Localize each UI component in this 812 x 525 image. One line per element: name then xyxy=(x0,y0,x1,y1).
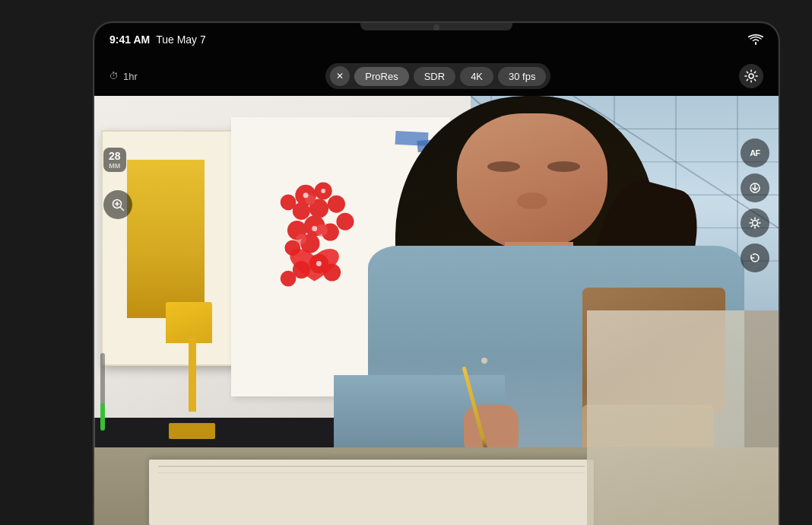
status-left: 9:41 AM Tue May 7 xyxy=(109,33,206,46)
camera-format-controls: ✕ ProRes SDR 4K 30 fps xyxy=(325,63,550,89)
fps-button[interactable]: 30 fps xyxy=(498,67,546,86)
face xyxy=(457,113,607,250)
button-1 xyxy=(481,358,487,364)
zoom-button[interactable] xyxy=(103,190,132,219)
sketchbook xyxy=(149,460,594,525)
status-right xyxy=(748,34,763,45)
bg-furniture xyxy=(587,310,779,525)
close-format-button[interactable]: ✕ xyxy=(330,66,350,86)
status-time: 9:41 AM xyxy=(109,33,150,46)
svg-point-35 xyxy=(303,192,308,198)
svg-line-51 xyxy=(758,226,759,227)
left-eye xyxy=(487,161,521,172)
desk-lamp xyxy=(163,302,224,439)
svg-point-37 xyxy=(312,226,317,231)
svg-line-52 xyxy=(751,226,752,227)
svg-line-50 xyxy=(751,219,752,220)
device-notch xyxy=(360,23,512,30)
af-label: AF xyxy=(750,148,760,158)
svg-point-27 xyxy=(336,213,354,231)
lamp-arm xyxy=(189,336,196,412)
svg-point-34 xyxy=(296,234,306,245)
svg-point-36 xyxy=(321,189,325,193)
sketchbook-line-2 xyxy=(158,473,585,473)
scene-background xyxy=(94,96,779,525)
front-camera xyxy=(433,24,439,30)
sdr-button[interactable]: SDR xyxy=(414,67,455,86)
svg-point-38 xyxy=(316,261,322,266)
svg-point-20 xyxy=(281,195,297,211)
status-date: Tue May 7 xyxy=(156,33,206,46)
lamp-base xyxy=(169,423,215,440)
nose xyxy=(517,192,547,209)
svg-point-21 xyxy=(328,196,345,213)
settings-button[interactable] xyxy=(739,64,763,88)
camera-viewfinder: 28 MM AF xyxy=(94,96,779,525)
camera-left-info: ⏱ 1hr xyxy=(109,71,138,82)
wifi-icon xyxy=(748,34,763,45)
exposure-fill xyxy=(100,403,105,431)
record-time: 1hr xyxy=(123,71,138,82)
svg-point-0 xyxy=(749,74,753,78)
svg-point-33 xyxy=(316,224,328,237)
right-eye xyxy=(547,161,581,172)
svg-line-53 xyxy=(758,219,759,220)
svg-point-45 xyxy=(753,221,758,226)
painting-yellow-rect xyxy=(127,160,205,318)
svg-line-40 xyxy=(121,208,124,211)
svg-point-31 xyxy=(281,271,297,287)
device-frame: 9:41 AM Tue May 7 ⏱ 1hr ✕ ProRes SDR 4K xyxy=(94,23,779,525)
exposure-track xyxy=(100,353,105,431)
sketchbook-line xyxy=(158,466,585,467)
prores-button[interactable]: ProRes xyxy=(354,67,408,86)
resolution-button[interactable]: 4K xyxy=(460,67,493,86)
record-time-icon: ⏱ xyxy=(109,71,119,81)
camera-controls-bar: ⏱ 1hr ✕ ProRes SDR 4K 30 fps xyxy=(94,56,779,96)
